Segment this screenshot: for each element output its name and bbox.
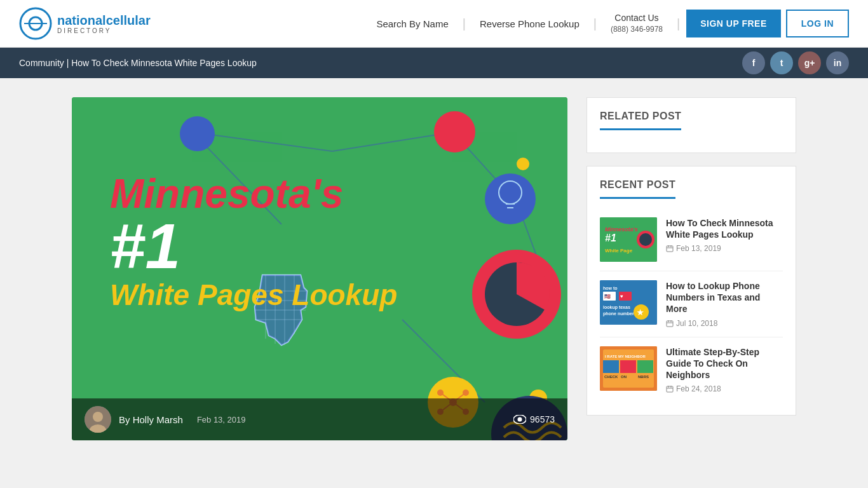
googleplus-button[interactable]: g+ bbox=[798, 51, 821, 74]
post-thumb-1: Minnesota's #1 White Page bbox=[600, 217, 657, 262]
svg-point-31 bbox=[93, 412, 103, 422]
linkedin-button[interactable]: in bbox=[826, 51, 849, 74]
post-title-1: How To Check Minnesota White Pages Looku… bbox=[666, 217, 783, 240]
post-date-1: Feb 13, 2019 bbox=[666, 244, 783, 253]
related-post-section: RELATED POST bbox=[587, 97, 796, 153]
post-item-2[interactable]: how to 🇺🇸 ♥ lookup texas phone numbers ★ bbox=[600, 271, 783, 337]
author-avatar bbox=[85, 406, 111, 433]
svg-text:White Page: White Page bbox=[605, 248, 633, 254]
post-info-1: How To Check Minnesota White Pages Looku… bbox=[666, 217, 783, 253]
main-content: Minnesota's #1 White Pages Lookup bbox=[53, 97, 815, 440]
svg-rect-41 bbox=[667, 246, 673, 252]
svg-rect-64 bbox=[637, 360, 653, 373]
svg-text:lookup texas: lookup texas bbox=[603, 305, 630, 310]
post-title-2: How to Lookup Phone Numbers in Texas and… bbox=[666, 280, 783, 315]
calendar-icon-2 bbox=[666, 320, 674, 327]
svg-text:★: ★ bbox=[637, 308, 644, 317]
hero-image: Minnesota's #1 White Pages Lookup bbox=[72, 97, 567, 440]
hero-line1: Minnesota's bbox=[110, 173, 397, 214]
hero-text: Minnesota's #1 White Pages Lookup bbox=[110, 173, 397, 312]
author-bar: By Holly Marsh Feb 13, 2019 96573 bbox=[72, 398, 567, 440]
post-thumb-2: how to 🇺🇸 ♥ lookup texas phone numbers ★ bbox=[600, 280, 657, 325]
hero-graphic: Minnesota's #1 White Pages Lookup bbox=[72, 97, 567, 440]
svg-text:🇺🇸: 🇺🇸 bbox=[604, 293, 611, 299]
deco-circle-yellow-1 bbox=[517, 158, 529, 170]
logo[interactable]: nationalcellular DIRECTORY bbox=[19, 7, 151, 40]
facebook-button[interactable]: f bbox=[742, 51, 765, 74]
deco-circle-blue-tr bbox=[485, 173, 536, 224]
svg-rect-55 bbox=[667, 321, 673, 327]
svg-point-40 bbox=[639, 233, 652, 246]
post-item-3[interactable]: I RATE MY NEIGHBOR CHECK ON NBRS Ultimat… bbox=[600, 337, 783, 403]
svg-text:I RATE MY NEIGHBOR: I RATE MY NEIGHBOR bbox=[605, 355, 646, 358]
breadcrumb: Community | How To Check Minnesota White… bbox=[19, 58, 257, 68]
post-date-2: Jul 10, 2018 bbox=[666, 319, 783, 328]
svg-rect-62 bbox=[603, 360, 619, 373]
social-icons: f t g+ in bbox=[742, 51, 849, 74]
contact-block: Contact Us (888) 346-9978 bbox=[597, 12, 677, 35]
recent-post-title: RECENT POST bbox=[600, 179, 675, 199]
post-title-3: Ultimate Step-By-Step Guide To Check On … bbox=[666, 346, 783, 381]
post-item-1[interactable]: Minnesota's #1 White Page How To Check M… bbox=[600, 208, 783, 271]
nav-reverse-phone[interactable]: Reverse Phone Lookup bbox=[466, 18, 593, 29]
logo-text: nationalcellular DIRECTORY bbox=[57, 13, 151, 34]
svg-text:#1: #1 bbox=[605, 233, 616, 243]
author-date: Feb 13, 2019 bbox=[197, 415, 246, 424]
nav: Search By Name | Reverse Phone Lookup | … bbox=[362, 10, 849, 37]
calendar-icon-1 bbox=[666, 245, 674, 252]
hero-line3: White Pages Lookup bbox=[110, 278, 397, 312]
recent-post-section: RECENT POST Minnesota's #1 White Page bbox=[587, 166, 796, 416]
svg-rect-63 bbox=[620, 360, 636, 373]
twitter-button[interactable]: t bbox=[770, 51, 793, 74]
svg-text:Minnesota's: Minnesota's bbox=[605, 226, 638, 233]
signup-button[interactable]: SIGN UP FREE bbox=[686, 10, 781, 37]
svg-text:NBRS: NBRS bbox=[638, 375, 649, 379]
svg-text:ON: ON bbox=[621, 375, 627, 379]
post-info-2: How to Lookup Phone Numbers in Texas and… bbox=[666, 280, 783, 328]
post-date-3: Feb 24, 2018 bbox=[666, 384, 783, 393]
header: nationalcellular DIRECTORY Search By Nam… bbox=[0, 0, 868, 48]
eye-icon bbox=[513, 415, 526, 424]
post-thumb-3: I RATE MY NEIGHBOR CHECK ON NBRS bbox=[600, 346, 657, 391]
deco-circle-blue-tl bbox=[180, 116, 215, 151]
svg-point-34 bbox=[518, 417, 522, 422]
svg-text:phone numbers: phone numbers bbox=[603, 311, 637, 316]
svg-text:CHECK: CHECK bbox=[604, 375, 618, 379]
svg-text:♥: ♥ bbox=[620, 294, 623, 299]
breadcrumb-bar: Community | How To Check Minnesota White… bbox=[0, 48, 868, 78]
view-count: 96573 bbox=[513, 414, 555, 424]
author-name: By Holly Marsh bbox=[119, 414, 183, 425]
deco-circle-pie bbox=[472, 250, 561, 339]
article-area: Minnesota's #1 White Pages Lookup bbox=[72, 97, 567, 440]
calendar-icon-3 bbox=[666, 385, 674, 393]
author-info: By Holly Marsh Feb 13, 2019 bbox=[85, 406, 246, 433]
nav-search-by-name[interactable]: Search By Name bbox=[362, 18, 462, 29]
sidebar: RELATED POST RECENT POST Minnesota's #1 … bbox=[587, 97, 796, 440]
deco-circle-red-tc bbox=[434, 111, 475, 152]
svg-point-9 bbox=[499, 181, 522, 204]
svg-text:how to: how to bbox=[603, 286, 618, 290]
hero-line2: #1 bbox=[110, 214, 397, 278]
post-info-3: Ultimate Step-By-Step Guide To Check On … bbox=[666, 346, 783, 394]
logo-icon bbox=[19, 7, 52, 40]
related-post-title: RELATED POST bbox=[600, 111, 681, 130]
svg-rect-68 bbox=[667, 386, 673, 392]
login-button[interactable]: LOG IN bbox=[786, 10, 849, 37]
